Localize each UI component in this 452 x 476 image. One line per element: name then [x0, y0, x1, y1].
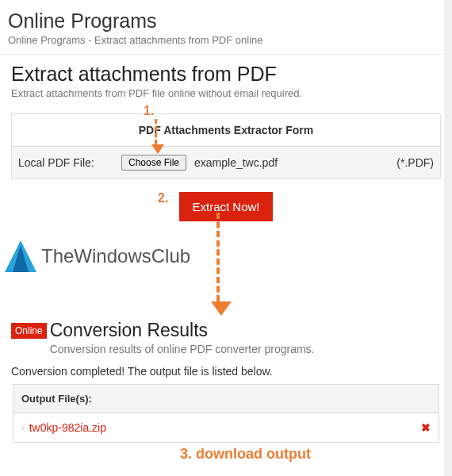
extract-now-button[interactable]: Extract Now!	[179, 192, 272, 221]
online-badge: Online	[11, 323, 47, 339]
selected-filename: example_twc.pdf	[194, 156, 278, 169]
results-title: Conversion Results	[50, 320, 315, 341]
main-content: Extract attachments from PDF Extract att…	[0, 55, 452, 443]
annotation-step-3: 3. download output	[180, 446, 311, 463]
choose-file-button[interactable]: Choose File	[121, 155, 186, 171]
download-link[interactable]: tw0kp-982ia.zip	[29, 421, 106, 434]
annotation-arrow-2-icon	[216, 213, 220, 301]
file-field-label: Local PDF File:	[18, 156, 121, 169]
form-title: PDF Attachments Extractor Form	[12, 114, 440, 147]
delete-file-icon[interactable]: ✖	[421, 421, 431, 434]
file-ext-hint: (*.PDF)	[396, 156, 434, 169]
chevron-right-icon: ›	[21, 423, 25, 432]
annotation-arrow-1-icon	[155, 119, 157, 144]
breadcrumb: Online Programs - Extract attachments fr…	[8, 34, 444, 46]
file-input-row: Local PDF File: Choose File example_twc.…	[12, 147, 440, 178]
watermark-brand: TheWindowsClub	[5, 240, 441, 272]
site-title: Online Programs	[8, 10, 444, 33]
output-files-box: Output File(s): › tw0kp-982ia.zip ✖	[13, 384, 439, 443]
results-subtitle: Conversion results of online PDF convert…	[50, 343, 315, 355]
brand-logo-icon	[5, 240, 36, 272]
page-subtitle: Extract attachments from PDF file online…	[11, 87, 441, 99]
page-title: Extract attachments from PDF	[11, 63, 441, 86]
scrollbar-track[interactable]	[444, 0, 452, 476]
extractor-form: PDF Attachments Extractor Form Local PDF…	[11, 113, 441, 179]
status-message: Conversion completed! The output file is…	[11, 365, 441, 378]
results-section: Online Conversion Results Conversion res…	[11, 320, 441, 443]
page-header: Online Programs Online Programs - Extrac…	[0, 0, 452, 55]
output-file-row: › tw0kp-982ia.zip ✖	[13, 413, 439, 442]
brand-name: TheWindowsClub	[41, 245, 190, 267]
output-files-heading: Output File(s):	[13, 385, 439, 413]
